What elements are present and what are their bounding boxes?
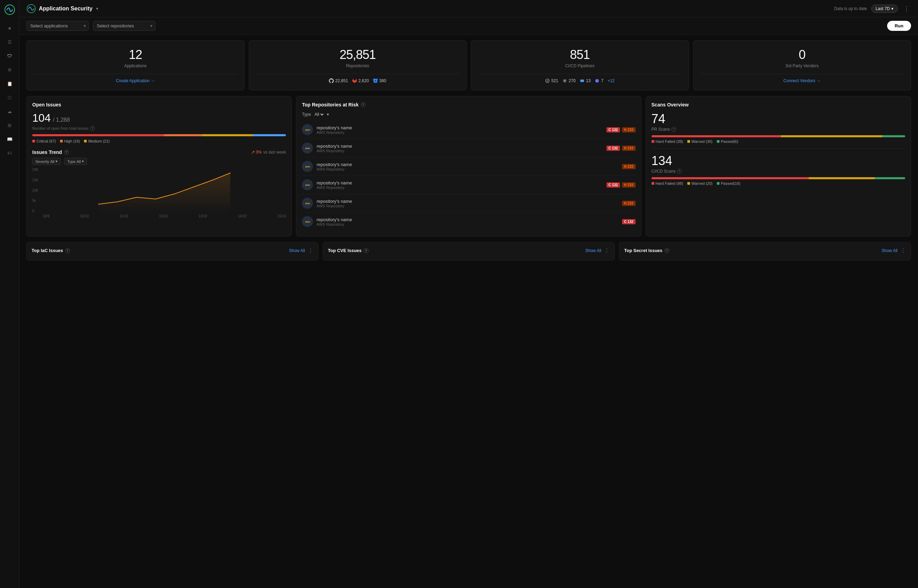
pr-legend-failed: Hard Failed (38): [652, 139, 683, 144]
bar-high: [164, 134, 202, 136]
sidebar: ★ ☰ 🛡 ⚙ 📋 ⬡ ☁ ⊞ 📖 🏷: [0, 0, 19, 588]
legend-dot-warned: [687, 140, 690, 143]
pr-bar-warned: [781, 135, 882, 137]
sidebar-icon-tag[interactable]: 🏷: [6, 149, 13, 157]
cve-title: Top CVE Issues ?: [328, 248, 368, 253]
secret-header: Top Secret Issues ? Show All ⋮: [624, 247, 906, 254]
trend-header: Issues Trend ? ↗ 3% vs last week: [32, 149, 286, 155]
svg-text:f: f: [596, 80, 597, 82]
cicd-legend: Hard Failed (98) Warned (20) Passed(16): [652, 181, 905, 186]
issues-current-number: 104 / 1,288: [32, 111, 286, 124]
repo-item: aws repository's name AWS Repository C 1…: [302, 213, 635, 231]
repo-avatar: aws: [302, 198, 313, 209]
repo-sub: AWS Repository: [316, 222, 618, 226]
pr-legend: Hard Failed (38) Warned (30) Passed(6): [652, 139, 905, 144]
pipeline-item-4: f 7: [595, 78, 603, 83]
repo-item: aws repository's name AWS Repository C 1…: [302, 139, 635, 157]
repos-type-filter: Type All ▾: [302, 111, 635, 117]
badge-critical: C 132: [606, 127, 620, 132]
app-logo[interactable]: [4, 4, 15, 15]
pipelines-count: 851: [570, 47, 590, 62]
stat-card-applications: 12 Applications Create Application →: [26, 40, 244, 90]
repo-sub: AWS Repository: [316, 167, 618, 171]
badge-high: H 233: [622, 145, 636, 151]
severity-bar: [32, 134, 286, 136]
badge-critical: C 132: [622, 219, 636, 224]
title-chevron-icon[interactable]: ▾: [96, 6, 98, 11]
sidebar-icon-grid[interactable]: ⊞: [6, 121, 13, 129]
stat-card-repositories: 25,851 Repositories 22,851 2,620 380: [249, 40, 467, 90]
cve-show-all-link[interactable]: Show All: [585, 248, 601, 253]
iac-title: Top IaC Issues ?: [32, 248, 70, 253]
legend-dot-failed-cicd: [652, 182, 654, 185]
create-application-link[interactable]: Create Application →: [116, 78, 155, 83]
secret-show-all-link[interactable]: Show All: [882, 248, 897, 253]
sidebar-icon-book[interactable]: 📖: [6, 135, 13, 143]
header: Application Security ▾ Data is up to dat…: [19, 0, 918, 17]
stats-grid: 12 Applications Create Application → 25,…: [26, 40, 911, 90]
time-range-label: Last 7D: [876, 6, 890, 11]
cve-more-button[interactable]: ⋮: [604, 247, 610, 254]
repo-name: repository's name: [316, 180, 602, 186]
more-options-button[interactable]: ⋮: [902, 3, 911, 14]
time-range-button[interactable]: Last 7D ▾: [871, 5, 898, 13]
cicd-scan-label: CI/CD Scans ?: [652, 169, 905, 174]
sidebar-icon-gear[interactable]: ⚙: [6, 66, 13, 73]
sidebar-icon-calendar[interactable]: 📋: [6, 80, 13, 87]
secret-more-button[interactable]: ⋮: [900, 247, 906, 254]
legend-medium: Medium (21): [84, 139, 110, 143]
severity-legend: Critical (67) High (16) Medium (21): [32, 139, 286, 143]
svg-rect-4: [580, 80, 584, 82]
secret-help-icon: ?: [664, 248, 669, 253]
open-issues-card: Open Issues 104 / 1,288 Number of open f…: [26, 96, 292, 236]
repo-avatar: aws: [302, 216, 313, 227]
repos-title: Top Repositories at Risk ?: [302, 102, 635, 107]
iac-show-all-link[interactable]: Show All: [289, 248, 305, 253]
sidebar-icon-cloud[interactable]: ☁: [6, 107, 13, 115]
repo-name: repository's name: [316, 217, 618, 222]
badge-critical: C 132: [606, 183, 620, 187]
repo-name: repository's name: [316, 125, 602, 130]
severity-filter-chip[interactable]: Severity All ▾: [32, 158, 61, 165]
cicd-legend-failed: Hard Failed (98): [652, 181, 683, 186]
header-right: Data is up to date Last 7D ▾ ⋮: [834, 3, 911, 14]
repo-badges: C 132 H 233: [606, 145, 636, 151]
applications-select[interactable]: Select applications: [26, 21, 89, 31]
pr-bar-passed: [882, 135, 905, 137]
connect-vendors-link[interactable]: Connect Vendors →: [784, 78, 821, 83]
repo-badges: H 233: [622, 164, 636, 169]
badge-high: H 233: [622, 164, 636, 169]
sidebar-icon-layers[interactable]: ⬡: [6, 94, 13, 101]
cicd-bar-failed: [652, 177, 809, 179]
badge-high: H 233: [622, 201, 636, 206]
repo-info: repository's name AWS Repository: [316, 162, 618, 171]
repos-type-select[interactable]: All: [313, 111, 325, 117]
iac-actions: Show All ⋮: [289, 247, 313, 254]
bottom-grid: Top IaC Issues ? Show All ⋮ Top CVE Issu…: [26, 242, 911, 260]
repo-item: aws repository's name AWS Repository H 2…: [302, 157, 635, 176]
issues-trend-section: Issues Trend ? ↗ 3% vs last week Severit…: [32, 149, 286, 218]
repo-item: aws repository's name AWS Repository H 2…: [302, 194, 635, 213]
iac-more-button[interactable]: ⋮: [308, 247, 313, 254]
bar-critical: [32, 134, 164, 136]
sidebar-icon-list[interactable]: ☰: [6, 38, 13, 46]
cicd-legend-warned: Warned (20): [687, 181, 712, 186]
github-stat: 22,851: [329, 78, 348, 83]
sidebar-icon-shield[interactable]: 🛡: [6, 52, 13, 60]
repositories-select[interactable]: Select repositories: [93, 21, 155, 31]
pr-scan-number: 74: [652, 111, 905, 126]
cicd-scan-bar: [652, 177, 905, 179]
type-filter-chip[interactable]: Type All ▾: [64, 158, 87, 165]
run-button[interactable]: Run: [887, 21, 911, 31]
repo-sub: AWS Repository: [316, 149, 602, 153]
cve-actions: Show All ⋮: [585, 247, 610, 254]
repo-avatar: aws: [302, 161, 313, 172]
repos-help-icon: ?: [361, 102, 366, 107]
pipeline-more: +12: [607, 78, 614, 83]
legend-dot-warned-cicd: [687, 182, 690, 185]
sidebar-icon-star[interactable]: ★: [6, 24, 13, 32]
secret-title: Top Secret Issues ?: [624, 248, 669, 253]
repo-sub: AWS Repository: [316, 186, 602, 190]
repo-sub: AWS Repository: [316, 204, 618, 208]
repo-item: aws repository's name AWS Repository C 1…: [302, 176, 635, 194]
